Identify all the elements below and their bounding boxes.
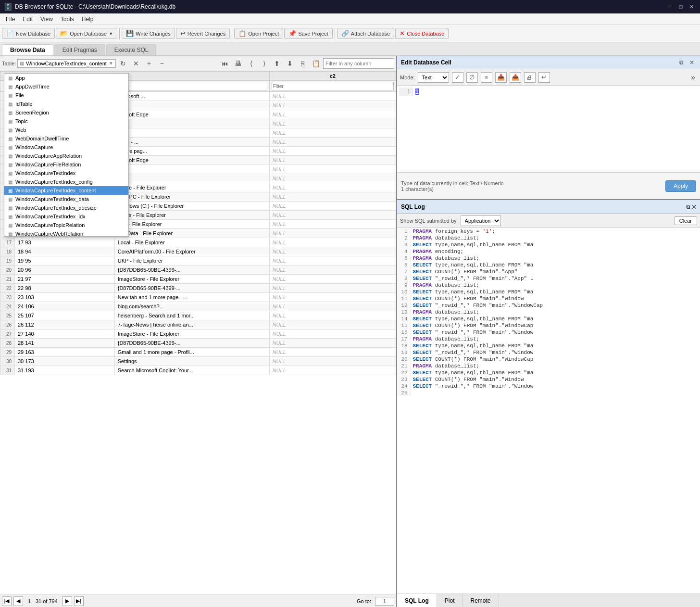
cell-id[interactable]: 27 140 bbox=[15, 329, 115, 339]
table-row[interactable]: 1717 93Local - File ExplorerNULL bbox=[0, 238, 396, 247]
dropdown-item-windowcapturewebrelation[interactable]: ▦ WindowCaptureWebRelation bbox=[4, 229, 128, 237]
tab-browse-data[interactable]: Browse Data bbox=[2, 44, 53, 55]
sql-log-line[interactable]: SELECT type,name,sql,tbl_name FROM "ma bbox=[411, 342, 700, 349]
cell-c2[interactable]: NULL bbox=[269, 275, 396, 284]
table-row[interactable]: 2828 141{D87DDB65-90BE-4399-...NULL bbox=[0, 339, 396, 348]
sql-log-line[interactable]: SELECT type,name,sql,tbl_name FROM "ma bbox=[411, 316, 700, 322]
sql-source-select[interactable]: Application User bbox=[461, 215, 501, 226]
sql-log-line[interactable]: SELECT COUNT(*) FROM "main"."App" bbox=[411, 268, 700, 275]
print-cell-button[interactable]: 🖨 bbox=[524, 72, 536, 83]
cell-c1[interactable]: Local - File Explorer bbox=[114, 238, 269, 247]
sql-log-line[interactable]: SELECT type,name,sql,tbl_name FROM "ma bbox=[411, 262, 700, 268]
word-wrap-button[interactable]: ≡ bbox=[481, 72, 492, 83]
table-row[interactable]: 2424 106bing.com/search?...NULL bbox=[0, 302, 396, 311]
col-c1[interactable] bbox=[114, 72, 269, 81]
dropdown-item-windowcapturefilerelation[interactable]: ▦ WindowCaptureFileRelation bbox=[4, 160, 128, 169]
menu-help[interactable]: Help bbox=[78, 15, 98, 24]
first-page-button[interactable]: ⏮ bbox=[219, 58, 231, 69]
write-changes-button[interactable]: 💾 Write Changes bbox=[122, 28, 175, 39]
open-project-button[interactable]: 📋 Open Project bbox=[234, 28, 283, 39]
table-row[interactable]: 2626 1127-Tage-News | heise online an...… bbox=[0, 320, 396, 329]
dropdown-item-web[interactable]: ▦ Web bbox=[4, 126, 128, 134]
menu-tools[interactable]: Tools bbox=[57, 15, 78, 24]
table-row[interactable]: 2929 163Gmail and 1 more page - Profil..… bbox=[0, 348, 396, 357]
wrap-toggle-button[interactable]: ↵ bbox=[538, 72, 550, 83]
cell-id[interactable]: 29 163 bbox=[15, 348, 115, 357]
sql-log-line[interactable]: SELECT COUNT(*) FROM "main"."WindowCap bbox=[411, 322, 700, 329]
cell-c2[interactable]: NULL bbox=[269, 293, 396, 302]
table-row[interactable]: 3131 193Search Microsoft Copilot: Your..… bbox=[0, 366, 396, 375]
cell-c1[interactable]: Microsoft ... bbox=[114, 92, 269, 101]
dropdown-item-windowcapturetextindex-content[interactable]: ▦ WindowCaptureTextIndex_content bbox=[4, 186, 128, 195]
table-row[interactable]: 2323 103New tab and 1 more page - ...NUL… bbox=[0, 293, 396, 302]
print-button[interactable]: 🖶 bbox=[232, 58, 244, 69]
sql-log-line[interactable]: PRAGMA database_list; bbox=[411, 336, 700, 342]
cell-c1[interactable]: {D87DDB65-90BE-4399-... bbox=[114, 266, 269, 275]
cell-c1[interactable]: UKP - File Explorer bbox=[114, 256, 269, 266]
cell-c1[interactable]: l more pag... bbox=[114, 147, 269, 156]
set-null-button[interactable]: ∅ bbox=[466, 72, 478, 83]
sql-log-line[interactable]: SELECT "_rowid_",* FROM "main"."WindowCa… bbox=[411, 302, 700, 309]
import-button[interactable]: 📥 bbox=[495, 72, 507, 83]
apply-icon-button[interactable]: ✓ bbox=[452, 72, 463, 83]
cell-c2[interactable]: NULL bbox=[269, 119, 396, 128]
cell-c1[interactable]: ImageStore - File Explorer bbox=[114, 275, 269, 284]
cell-c2[interactable]: NULL bbox=[269, 147, 396, 156]
cell-c1[interactable] bbox=[114, 128, 269, 138]
sql-log-detach-button[interactable]: ⧉ bbox=[686, 203, 690, 210]
cell-c1[interactable]: icrosoft Edge bbox=[114, 110, 269, 119]
dropdown-item-idtable[interactable]: ▦ IdTable bbox=[4, 100, 128, 108]
first-nav-button[interactable]: |◀ bbox=[2, 596, 12, 606]
sql-log-line[interactable]: PRAGMA foreign_keys = '1'; bbox=[411, 228, 700, 235]
sql-log-line[interactable]: SELECT COUNT(*) FROM "main"."WindowCap bbox=[411, 356, 700, 363]
sql-log-line[interactable]: PRAGMA database_list; bbox=[411, 309, 700, 316]
col-c2[interactable]: c2 bbox=[269, 72, 396, 81]
cell-c1[interactable]: ImageStore - File Explorer bbox=[114, 329, 269, 339]
dropdown-item-webdomaindwelltime[interactable]: ▦ WebDomainDwellTime bbox=[4, 134, 128, 143]
filter-c1-input[interactable] bbox=[117, 82, 267, 90]
cell-c2[interactable]: NULL bbox=[269, 238, 396, 247]
sql-log-content[interactable]: 1PRAGMA foreign_keys = '1';2PRAGMA datab… bbox=[397, 228, 700, 594]
cell-c2[interactable]: NULL bbox=[269, 138, 396, 147]
minimize-button[interactable]: ─ bbox=[665, 2, 675, 12]
cell-c2[interactable]: NULL bbox=[269, 165, 396, 174]
log-tab-plot[interactable]: Plot bbox=[437, 594, 463, 607]
sql-log-line[interactable]: SELECT "_rowid_",* FROM "main"."App" L bbox=[411, 275, 700, 282]
table-row[interactable]: 2020 96{D87DDB65-90BE-4399-...NULL bbox=[0, 266, 396, 275]
next-page-button[interactable]: ⟩ bbox=[258, 58, 270, 69]
sql-log-line[interactable]: SELECT type,name,sql,tbl_name FROM "ma bbox=[411, 369, 700, 376]
cell-text-area[interactable]: 1 bbox=[412, 88, 698, 96]
cell-c2[interactable]: NULL bbox=[269, 284, 396, 293]
close-button[interactable]: ✕ bbox=[687, 2, 696, 12]
table-row[interactable]: 2121 97ImageStore - File ExplorerNULL bbox=[0, 275, 396, 284]
dropdown-item-windowcapturetextindex-docsize[interactable]: ▦ WindowCaptureTextIndex_docsize bbox=[4, 203, 128, 212]
table-row[interactable]: 1818 94CoreAIPlatform.00 - File Explorer… bbox=[0, 247, 396, 256]
mode-select[interactable]: Text Binary Null Real Integer bbox=[418, 72, 449, 83]
cell-c1[interactable] bbox=[114, 119, 269, 128]
filter-c2-input[interactable] bbox=[272, 82, 394, 90]
table-row[interactable]: 2222 98{D87DDB65-90BE-4399-...NULL bbox=[0, 284, 396, 293]
paste-button[interactable]: 📋 bbox=[310, 58, 322, 69]
panel-close-button[interactable]: ✕ bbox=[688, 59, 696, 66]
prev-page-button[interactable]: ⟨ bbox=[245, 58, 257, 69]
attach-database-button[interactable]: 🔗 Attach Database bbox=[337, 28, 394, 39]
cell-c1[interactable]: Home - File Explorer bbox=[114, 183, 269, 192]
cell-c1[interactable]: Settings bbox=[114, 357, 269, 366]
cell-c2[interactable]: NULL bbox=[269, 156, 396, 165]
cell-c2[interactable]: NULL bbox=[269, 174, 396, 183]
sql-log-line[interactable]: SELECT type,name,sql,tbl_name FROM "ma bbox=[411, 289, 700, 295]
sql-log-line[interactable]: PRAGMA database_list; bbox=[411, 255, 700, 262]
cell-c2[interactable]: NULL bbox=[269, 202, 396, 211]
cell-c1[interactable]: heisenberg - Search and 1 mor... bbox=[114, 311, 269, 320]
revert-changes-button[interactable]: ↩ Revert Changes bbox=[176, 28, 230, 39]
cell-id[interactable]: 19 95 bbox=[15, 256, 115, 266]
cell-c1[interactable] bbox=[114, 101, 269, 110]
cell-c1[interactable]: This PC - File Explorer bbox=[114, 192, 269, 202]
more-button[interactable]: » bbox=[689, 73, 697, 82]
apply-button[interactable]: Apply bbox=[665, 180, 696, 192]
cell-c2[interactable]: NULL bbox=[269, 220, 396, 229]
cell-c2[interactable]: NULL bbox=[269, 101, 396, 110]
cell-id[interactable]: 22 98 bbox=[15, 284, 115, 293]
next-nav-button[interactable]: ▶ bbox=[62, 596, 72, 606]
cell-id[interactable]: 26 112 bbox=[15, 320, 115, 329]
